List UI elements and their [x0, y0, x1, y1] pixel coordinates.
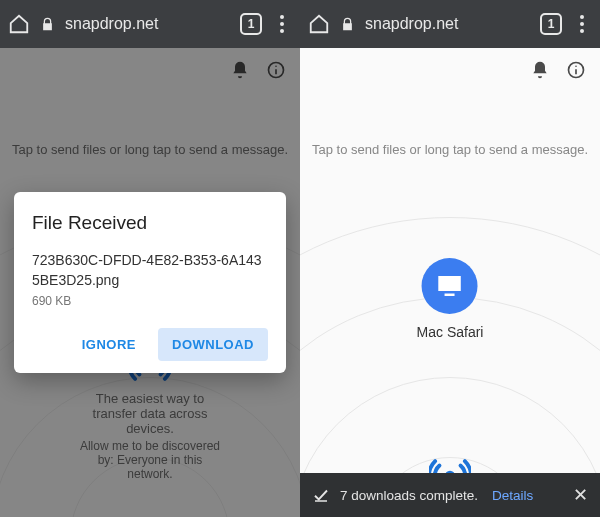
download-details-link[interactable]: Details — [492, 488, 533, 503]
file-received-dialog: File Received 723B630C-DFDD-4E82-B353-6A… — [14, 192, 286, 374]
screenshot-left: snapdrop.net 1 Tap to send files or long… — [0, 0, 300, 517]
app-area: Tap to send files or long tap to send a … — [300, 48, 600, 517]
download-bar: 7 downloads complete. Details ✕ — [300, 473, 600, 517]
instruction-text: Tap to send files or long tap to send a … — [300, 142, 600, 157]
download-bar-text: 7 downloads complete. — [340, 488, 478, 503]
screenshot-right: snapdrop.net 1 Tap to send files or long… — [300, 0, 600, 517]
dialog-filename: 723B630C-DFDD-4E82-B353-6A1435BE3D25.png — [32, 250, 268, 291]
lock-icon — [340, 17, 355, 32]
home-icon[interactable] — [308, 13, 330, 35]
dialog-actions: IGNORE DOWNLOAD — [32, 328, 268, 361]
dialog-filesize: 690 KB — [32, 294, 268, 308]
dialog-title: File Received — [32, 212, 268, 234]
download-button[interactable]: DOWNLOAD — [158, 328, 268, 361]
overflow-menu-icon[interactable] — [272, 15, 292, 33]
svg-point-6 — [575, 65, 577, 67]
lock-icon — [40, 17, 55, 32]
browser-chrome: snapdrop.net 1 — [0, 0, 300, 48]
info-icon[interactable] — [566, 60, 586, 84]
close-icon[interactable]: ✕ — [573, 484, 588, 506]
bell-icon[interactable] — [530, 60, 550, 84]
tab-count[interactable]: 1 — [240, 13, 262, 35]
tab-count[interactable]: 1 — [540, 13, 562, 35]
peer-label: Mac Safari — [417, 324, 484, 340]
app-topbar — [516, 48, 600, 96]
browser-chrome: snapdrop.net 1 — [300, 0, 600, 48]
app-area: Tap to send files or long tap to send a … — [0, 48, 300, 517]
desktop-icon — [422, 258, 478, 314]
overflow-menu-icon[interactable] — [572, 15, 592, 33]
url-text[interactable]: snapdrop.net — [65, 15, 230, 33]
peer-device[interactable]: Mac Safari — [417, 258, 484, 340]
modal-overlay: File Received 723B630C-DFDD-4E82-B353-6A… — [0, 48, 300, 517]
url-text[interactable]: snapdrop.net — [365, 15, 530, 33]
check-icon — [312, 486, 330, 504]
ignore-button[interactable]: IGNORE — [68, 328, 150, 361]
home-icon[interactable] — [8, 13, 30, 35]
